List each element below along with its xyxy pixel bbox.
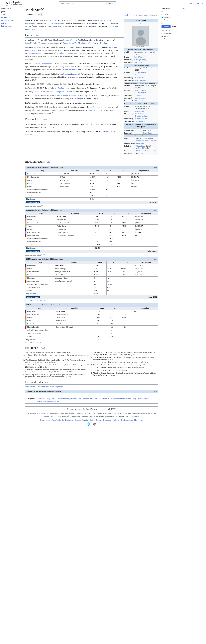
infobox-row: Relations Chuck Strahl (father)Deb Strah… [124,145,158,150]
sidebar-item-external-links[interactable]: External links [1,24,22,28]
party-name-cell: Green [27,274,54,276]
search-button[interactable]: Search [106,2,116,5]
color-automatic[interactable]: Automatic [161,32,185,35]
footer-link[interactable]: About Wikipedia [52,419,64,421]
candidate-cell: Arthur Green [59,185,89,188]
references-edit-link[interactable]: [edit] [41,347,45,349]
create-account-link[interactable]: Create account [188,2,199,4]
election-2015-table: Party Candidate Votes % ±% Expenditures … [25,261,158,296]
text-size-standard-radio[interactable] [161,16,163,18]
action-read[interactable]: Read [124,14,128,16]
candidate-cell: Mark Strahl [56,215,94,218]
width-standard-btn[interactable]: Standard [161,25,170,28]
party-name-cell: New Democratic [27,221,56,224]
footer-link[interactable]: Mobile view [134,419,143,421]
election-2011-hide[interactable]: hide [154,304,157,306]
footer-link[interactable]: Contact Wikipedia [75,419,88,421]
footer-link[interactable]: Statistics [113,419,119,421]
tab-talk[interactable]: Talk [35,13,42,16]
external-link-1[interactable]: Mark Strahl – Parliament of Canada biogr… [25,386,63,388]
text-size-large-radio[interactable] [161,19,163,21]
election-2019-hide[interactable]: hide [154,209,157,211]
page-tabs-row: Article Talk Read Edit View history Tool… [25,12,158,16]
election-2019-table: Party Candidate Votes % ±% Expenditures … [25,212,158,250]
wiki-logo-text: Wikipedia The Free Encyclopedia [10,1,22,5]
category-link[interactable]: Members of the House of Commons of Canad… [83,398,131,400]
party-color-cell [25,234,27,237]
languages-count: 2 languages [149,14,158,16]
text-size-large[interactable]: Large [161,18,185,21]
candidate-cell: Rob Bogunovic [59,182,89,185]
category-link[interactable]: Living people [46,398,55,400]
external-links-edit-link[interactable]: [edit] [45,382,48,384]
party-name-cell: Green [27,319,55,322]
category-link[interactable]: Conservative Party of Canada MPs [57,398,81,400]
infobox-row: Shadowing Hunter TootooDominic LeBlanc [124,112,158,118]
election-2011-source: Source: Elections Canada [25,342,158,344]
category-link[interactable]: People from Chilliwack [133,398,149,400]
infobox-row: Succeeded by Blake Richards [124,79,158,82]
action-tools[interactable]: Tools [144,14,148,16]
change-cell: -3.6 [116,172,130,176]
text-size-small-radio[interactable] [161,14,163,16]
pct-cell: 0.82 [106,276,120,280]
category-link[interactable]: 21st-century Canadian politicians [36,400,59,402]
color-light[interactable]: Light [161,35,185,38]
reference-item: "List of Candidates confirmed for the Ch… [93,366,158,369]
reference-item: "October 21, 2019 Federal Election". Ele… [93,361,158,363]
wiki-logo[interactable]: W Wikipedia The Free Encyclopedia [5,0,22,6]
infobox-row: In office September 15, 2016 – August 29… [124,84,158,89]
nav-box-hide[interactable]: hide [154,390,157,392]
infobox-section-natural-resources: Official Opposition Critic for Natural R… [124,82,158,84]
category-link[interactable]: 1977 births [36,398,44,400]
expenditures-cell: $41,511.72 [130,176,158,179]
election-2015-title: 2015 Canadian federal election: Chilliwa… [25,258,158,261]
action-history[interactable]: View history [133,14,143,16]
election-results-edit-link[interactable]: [edit] [47,161,50,163]
footer-link[interactable]: Privacy policy [40,419,50,421]
sidebar-item-references[interactable]: References [1,22,22,24]
pct-cell: 0.37 [109,322,121,326]
change-cell: +4.4 [116,182,130,185]
reference-item: "Chilliwack debate dogs local Tory party… [25,354,90,358]
width-wide-btn[interactable]: Wide [171,25,177,28]
expenditures-cell: — [133,326,158,328]
election-2011-table: Party Candidate Votes % ±% Expenditures … [25,306,158,341]
candidate-cell: Arthur Green [56,224,94,228]
election-2021-hide[interactable]: hide [154,167,157,168]
mediawiki-logo: 📚 [93,422,96,426]
footer-link[interactable]: Developers [103,419,111,421]
footer-link[interactable]: Cookie statement [121,419,133,421]
sidebar: Contents Hide (Top) Career Personal life… [0,6,23,644]
footer-link[interactable]: Disclaimers [65,419,73,421]
personal-life-edit-link[interactable]: [edit] [43,118,47,120]
color-auto-radio[interactable] [161,32,163,34]
color-group: Color (beta) Automatic Light Dark [161,30,185,40]
search-input[interactable] [59,2,106,5]
table-row: Marxist-Leninist Dorothy-Jean O'Donnell … [25,280,158,283]
nav-box: Members of the House of Commons of Canad… [25,390,158,394]
text-size-small[interactable]: Small [161,13,185,16]
sidebar-item-personal-life[interactable]: Personal life [1,16,22,19]
table-row: Liberal Louis De Jaeger 17,114 33.40 +22… [25,267,158,270]
sidebar-item-career[interactable]: Career [1,13,22,16]
career-edit-link[interactable]: [edit] [36,34,39,36]
appearance-hide-link[interactable]: hide [182,8,185,10]
color-dark[interactable]: Dark [161,38,185,40]
footer-link[interactable]: Code of Conduct [90,419,101,421]
tab-article[interactable]: Article [25,13,34,16]
party-name-cell: Conservative [27,264,54,267]
action-edit[interactable]: Edit [129,14,132,16]
menu-icon[interactable]: ☰ [1,2,4,5]
election-2015-hide[interactable]: hide [154,258,157,260]
sidebar-hide-link[interactable]: Hide [8,8,11,10]
color-dark-radio[interactable] [161,38,163,40]
color-light-radio[interactable] [161,35,163,37]
sidebar-item-election-results[interactable]: Election results [1,19,22,22]
text-size-standard[interactable]: Standard [161,16,185,18]
change-cell: — [120,280,134,283]
pct-cell: 0.1 [108,234,121,237]
sidebar-item-top[interactable]: (Top) [1,10,22,13]
change-cell: -5.12 [121,310,133,313]
election-2019-turnout: Turnout 53,981 65.68 [25,243,158,246]
